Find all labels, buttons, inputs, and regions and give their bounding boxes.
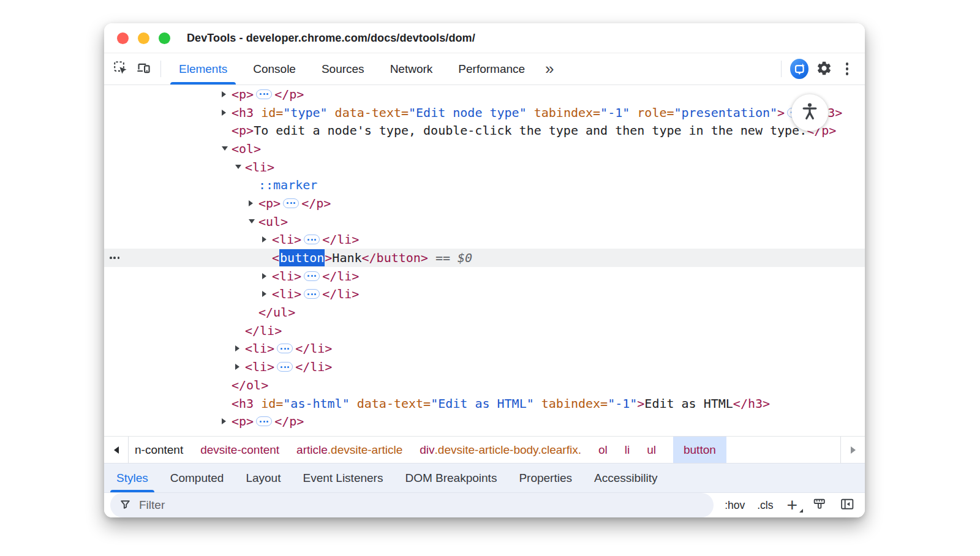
breadcrumb-item[interactable]: ol bbox=[598, 443, 608, 457]
dom-tree-row[interactable]: </li> bbox=[104, 321, 865, 340]
sidebar-tab-properties[interactable]: Properties bbox=[508, 464, 583, 492]
zoom-button[interactable] bbox=[159, 32, 170, 44]
code-token-val: "type" bbox=[283, 105, 334, 120]
breadcrumb-item-text: div bbox=[420, 443, 434, 457]
collapsed-content-ellipsis-button[interactable] bbox=[277, 344, 293, 353]
toggle-element-state-button[interactable]: :hov bbox=[725, 499, 745, 512]
dom-tree-row[interactable]: <p>To edit a node's type, double-click t… bbox=[104, 121, 865, 140]
collapsed-content-ellipsis-button[interactable] bbox=[283, 198, 299, 208]
breadcrumb-item[interactable]: n-content bbox=[135, 443, 183, 457]
disclosure-arrow-collapsed-icon[interactable] bbox=[235, 364, 239, 370]
more-options-menu-button[interactable] bbox=[835, 53, 859, 85]
disclosure-arrow-expanded-icon[interactable] bbox=[222, 146, 228, 151]
styles-filter-field[interactable] bbox=[110, 493, 714, 517]
toolbar-divider-right bbox=[781, 61, 782, 77]
disclosure-arrow-collapsed-icon[interactable] bbox=[262, 291, 266, 297]
sidebar-tab-styles[interactable]: Styles bbox=[105, 464, 159, 492]
dom-tree-row[interactable]: <li> bbox=[104, 158, 865, 176]
code-token-text: Hank bbox=[332, 250, 361, 265]
styles-filter-bar: :hov .cls + bbox=[104, 493, 865, 517]
tab-elements[interactable]: Elements bbox=[166, 53, 240, 85]
dom-tree-row[interactable]: ::marker bbox=[104, 176, 865, 194]
arrow-slot bbox=[262, 236, 272, 242]
code-token-tag: </p> bbox=[301, 196, 331, 211]
disclosure-arrow-expanded-icon[interactable] bbox=[235, 165, 241, 169]
styles-filter-input[interactable] bbox=[138, 498, 705, 513]
disclosure-arrow-expanded-icon[interactable] bbox=[249, 219, 255, 224]
collapsed-content-ellipsis-button[interactable] bbox=[304, 271, 320, 281]
disclosure-arrow-collapsed-icon[interactable] bbox=[235, 345, 239, 351]
arrow-slot bbox=[235, 165, 245, 169]
sidebar-tab-computed[interactable]: Computed bbox=[159, 464, 235, 492]
dom-tree-row[interactable]: <ol> bbox=[104, 140, 865, 158]
dom-tree-row[interactable]: <li></li> bbox=[104, 231, 865, 249]
code-token-tag: <h3 bbox=[232, 396, 261, 411]
title-bar: DevTools - developer.chrome.com/docs/dev… bbox=[104, 23, 865, 53]
arrow-slot bbox=[222, 110, 232, 116]
code-token-marker: ::marker bbox=[258, 178, 317, 192]
dom-tree-row[interactable]: <h3 id="as-html" data-text="Edit as HTML… bbox=[104, 394, 865, 413]
node-more-actions-dots[interactable] bbox=[110, 257, 119, 259]
dom-tree-row[interactable]: <p></p> bbox=[104, 194, 865, 212]
dom-tree-row[interactable]: <ul> bbox=[104, 212, 865, 231]
breadcrumb-item[interactable]: devsite-content bbox=[200, 443, 279, 457]
breadcrumb-item[interactable]: article.devsite-article bbox=[296, 443, 402, 457]
collapsed-content-ellipsis-button[interactable] bbox=[256, 89, 272, 99]
collapsed-content-ellipsis-button[interactable] bbox=[277, 362, 293, 372]
code-token-tag: > bbox=[637, 396, 644, 411]
element-classes-button[interactable]: .cls bbox=[757, 499, 773, 512]
dom-tree-row[interactable]: <li></li> bbox=[104, 285, 865, 304]
disclosure-arrow-collapsed-icon[interactable] bbox=[249, 200, 253, 206]
breadcrumb-scroll-right-button[interactable] bbox=[840, 437, 865, 463]
sidebar-tab-layout[interactable]: Layout bbox=[235, 464, 292, 492]
inspect-element-button[interactable] bbox=[109, 53, 132, 85]
disclosure-arrow-collapsed-icon[interactable] bbox=[262, 236, 266, 242]
breadcrumb-item[interactable]: li bbox=[625, 443, 630, 457]
device-toolbar-button[interactable] bbox=[132, 53, 156, 85]
code-token-tag: </li> bbox=[322, 287, 359, 301]
dom-tree-row[interactable]: <li></li> bbox=[104, 267, 865, 285]
collapsed-content-ellipsis-button[interactable] bbox=[304, 289, 320, 299]
tab-network[interactable]: Network bbox=[377, 53, 446, 85]
dom-tree-row[interactable]: <p></p> bbox=[104, 85, 865, 103]
ai-assistance-button[interactable] bbox=[786, 53, 812, 85]
dom-tree-row[interactable]: </ol> bbox=[104, 376, 865, 394]
breadcrumb-item[interactable]: button bbox=[673, 437, 726, 463]
code-token-seltag[interactable]: button bbox=[279, 249, 325, 266]
disclosure-arrow-collapsed-icon[interactable] bbox=[222, 110, 226, 116]
tab-sources[interactable]: Sources bbox=[309, 53, 377, 85]
dom-tree-row[interactable]: <h3 id="type" data-text="Edit node type"… bbox=[104, 103, 865, 122]
new-style-rule-button[interactable]: + bbox=[785, 496, 799, 514]
chevron-right-icon bbox=[851, 446, 856, 454]
window-title: DevTools - developer.chrome.com/docs/dev… bbox=[187, 32, 475, 45]
filter-funnel-icon bbox=[119, 498, 132, 513]
disclosure-arrow-collapsed-icon[interactable] bbox=[222, 418, 226, 424]
arrow-slot bbox=[249, 200, 258, 206]
close-button[interactable] bbox=[117, 32, 129, 44]
dom-tree-row[interactable]: <li></li> bbox=[104, 358, 865, 376]
arrow-slot bbox=[262, 291, 272, 297]
rendering-emulations-button[interactable] bbox=[812, 497, 827, 514]
tab-performance[interactable]: Performance bbox=[445, 53, 538, 85]
breadcrumb-item[interactable]: ul bbox=[647, 443, 656, 457]
code-token-tag: <li> bbox=[245, 341, 274, 356]
code-token-tag: </p> bbox=[274, 87, 304, 102]
settings-button[interactable] bbox=[812, 53, 835, 85]
minimize-button[interactable] bbox=[138, 32, 149, 44]
sidebar-tab-event-listeners[interactable]: Event Listeners bbox=[292, 464, 394, 492]
sidebar-tab-accessibility[interactable]: Accessibility bbox=[583, 464, 668, 492]
more-tabs-button[interactable]: » bbox=[538, 53, 561, 85]
disclosure-arrow-collapsed-icon[interactable] bbox=[262, 273, 266, 279]
tab-console[interactable]: Console bbox=[240, 53, 309, 85]
breadcrumb-item[interactable]: div.devsite-article-body.clearfix. bbox=[420, 443, 581, 457]
collapsed-content-ellipsis-button[interactable] bbox=[256, 416, 272, 426]
disclosure-arrow-collapsed-icon[interactable] bbox=[222, 91, 226, 97]
toggle-sidebar-panel-button[interactable] bbox=[840, 497, 855, 514]
collapsed-content-ellipsis-button[interactable] bbox=[304, 235, 320, 244]
sidebar-tab-dom-breakpoints[interactable]: DOM Breakpoints bbox=[394, 464, 508, 492]
dom-tree-row[interactable]: <p></p> bbox=[104, 412, 865, 430]
dom-tree-row[interactable]: <button>Hank</button> == $0 bbox=[104, 249, 865, 267]
breadcrumb-scroll-left-button[interactable] bbox=[104, 437, 129, 463]
dom-tree-row[interactable]: <li></li> bbox=[104, 340, 865, 358]
dom-tree-row[interactable]: </ul> bbox=[104, 303, 865, 321]
